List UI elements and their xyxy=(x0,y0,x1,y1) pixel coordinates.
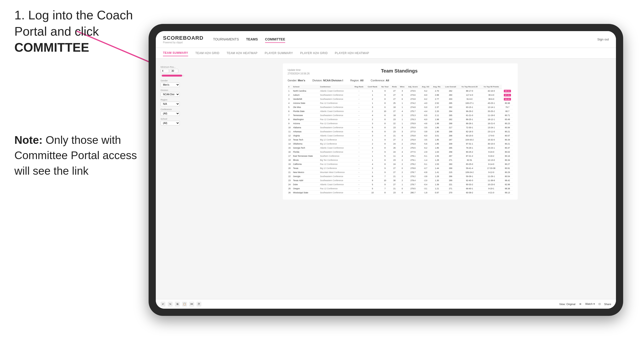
sign-out-button[interactable]: Sign out xyxy=(597,37,609,41)
cell-avg-sg: -5.1 xyxy=(420,154,431,158)
sub-nav-player-h2h-heatmap[interactable]: PLAYER H2H HEATMAP xyxy=(335,50,369,56)
cell-avg-sg: -4.6 xyxy=(420,122,431,126)
cell-avg-sg: -5.1 xyxy=(420,162,431,166)
cell-rank: 9 xyxy=(288,122,292,126)
cell-school: Oregon xyxy=(292,187,320,191)
region-filter-select[interactable]: N/A xyxy=(160,102,180,106)
cell-avg-rd: 260 xyxy=(443,93,458,97)
cell-conference: Southeastern Conference xyxy=(319,191,352,195)
table-row: 8 Washington Pac-12 Conference - 2 8 23 … xyxy=(288,118,513,122)
cell-conf-rank: 2 xyxy=(366,97,380,101)
cell-no-tour: 10 xyxy=(380,109,390,113)
cell-vs-top: 18-12-1 xyxy=(480,118,502,122)
cell-rnds: 18 xyxy=(390,113,398,118)
nav-teams[interactable]: TEAMS xyxy=(246,36,258,43)
cell-avg-rd: 209 xyxy=(443,142,458,146)
cell-wins: 1 xyxy=(398,122,406,126)
table-row: 1 North Carolina Atlantic Coast Conferen… xyxy=(288,89,513,93)
bottom-toolbar: ↩ ↪ ⧉ 📋 ••• ⏱ View: Original 👁 Watch ▾ ⊡… xyxy=(156,299,616,309)
cell-low: 83-15-0 xyxy=(458,134,481,138)
cell-low: 63-15-1 xyxy=(458,105,481,109)
school-filter-select[interactable]: (All) xyxy=(160,121,180,125)
table-row: 20 Texas Big 12 Conference - 3 9 27 0 27… xyxy=(288,166,513,170)
view-original-button[interactable]: View: Original xyxy=(559,303,576,306)
cell-conference: Southeastern Conference xyxy=(319,178,352,182)
table-row: 6 Florida State Atlantic Coast Conferenc… xyxy=(288,109,513,113)
cell-no-tour: 8 xyxy=(380,118,390,122)
cell-reg-rank: - xyxy=(352,138,366,142)
col-wins: Wins xyxy=(398,85,406,89)
cell-low: 60-39-2 xyxy=(458,191,481,195)
toolbar-right: View: Original 👁 Watch ▾ ⊡ Share xyxy=(559,303,611,306)
nav-tournaments[interactable]: TOURNAMENTS xyxy=(213,36,239,43)
cell-adj-score: 273.8 xyxy=(406,97,420,101)
copy-icon[interactable]: ⧉ xyxy=(175,302,180,307)
gender-filter-select[interactable]: Men's xyxy=(160,83,180,87)
cell-low: 87-21-2 xyxy=(458,154,481,158)
cell-conference: Pac-12 Conference xyxy=(319,187,352,191)
col-avg-sg: Avg. SG xyxy=(420,85,431,89)
cell-vs-top: 9-19-2 xyxy=(480,154,502,158)
cell-avg-sg2: 1.63 xyxy=(431,150,443,154)
cell-avg-sg: -6.0 xyxy=(420,118,431,122)
col-conf-rank: Conf Rank xyxy=(366,85,380,89)
cell-conference: Southeastern Conference xyxy=(319,93,352,97)
cell-adj-score: 278.7 xyxy=(406,182,420,187)
cell-no-tour: 10 xyxy=(380,178,390,182)
clock-icon[interactable]: ⏱ xyxy=(196,302,201,307)
min-rounds-label: Minimum Rou... xyxy=(160,66,184,68)
cell-adj-score: 276.9 xyxy=(406,126,420,130)
cell-no-tour: 9 xyxy=(380,150,390,154)
col-conference: Conference xyxy=(319,85,352,89)
cell-rank: 19 xyxy=(288,162,292,166)
cell-avg-sg2: 1.98 xyxy=(431,122,443,126)
cell-school: Arizona xyxy=(292,122,320,126)
col-top50: Vs Top 50 Points xyxy=(480,85,502,89)
watch-button[interactable]: Watch ▾ xyxy=(585,303,595,306)
cell-school: Florida xyxy=(292,150,320,154)
cell-avg-sg: -6.2 xyxy=(420,97,431,101)
division-filter-select[interactable]: NCAA Division I xyxy=(160,92,180,97)
cell-wins: 2 xyxy=(398,138,406,142)
cell-reg-rank: - xyxy=(352,126,366,130)
cell-conf-rank: 1 xyxy=(366,101,380,105)
more-icon[interactable]: ••• xyxy=(189,302,194,307)
share-button[interactable]: Share xyxy=(604,303,611,306)
cell-rank: 25 xyxy=(288,187,292,191)
update-time: Update time: 27/03/2024 16:56:26 xyxy=(288,68,310,75)
sub-nav-team-h2h-grid[interactable]: TEAM H2H GRID xyxy=(195,50,220,56)
undo-icon[interactable]: ↩ xyxy=(160,302,165,307)
cell-low: 104-43-2 xyxy=(458,138,481,142)
cell-vs-top: 12-14-1 xyxy=(480,105,502,109)
cell-adj-score: 275.7 xyxy=(406,109,420,113)
sub-nav-player-h2h-grid[interactable]: PLAYER H2H GRID xyxy=(300,50,328,56)
min-rounds-input[interactable] xyxy=(160,69,169,73)
cell-reg-rank: - xyxy=(352,122,366,126)
cell-avg-rd: 267 xyxy=(443,138,458,142)
nav-committee[interactable]: COMMITTEE xyxy=(265,36,285,43)
redo-icon[interactable]: ↪ xyxy=(168,302,172,307)
cell-no-tour: 8 xyxy=(380,142,390,146)
cell-no-tour: 6 xyxy=(380,105,390,109)
cell-school: North Carolina xyxy=(292,89,320,93)
cell-top50: 80.34 xyxy=(502,138,513,142)
cell-top50: 80.27 xyxy=(502,162,513,166)
sub-nav-team-summary[interactable]: TEAM SUMMARY xyxy=(163,50,188,56)
cell-avg-sg2: 1.21 xyxy=(431,187,443,191)
cell-reg-rank: - xyxy=(352,146,366,150)
max-rounds-input[interactable] xyxy=(170,69,178,73)
cell-rnds: 27 xyxy=(390,166,398,170)
table-row: 21 New Mexico Mountain West Conference -… xyxy=(288,170,513,174)
conference-filter-select[interactable]: (All) xyxy=(160,111,180,116)
sub-nav-player-summary[interactable]: PLAYER SUMMARY xyxy=(265,50,293,56)
paste-icon[interactable]: 📋 xyxy=(182,302,187,307)
cell-avg-rd: 267 xyxy=(443,154,458,158)
cell-wins: 6 xyxy=(398,134,406,138)
cell-low: 76-29-1 xyxy=(458,146,481,150)
cell-school: Texas xyxy=(292,166,320,170)
sub-nav-team-h2h-heatmap[interactable]: TEAM H2H HEATMAP xyxy=(226,50,258,56)
cell-vs-top: 4-21-0 xyxy=(480,191,502,195)
cell-vs-top: 8-14-0 xyxy=(480,162,502,166)
cell-rank: 11 xyxy=(288,130,292,134)
cell-avg-sg: -6.0 xyxy=(420,134,431,138)
